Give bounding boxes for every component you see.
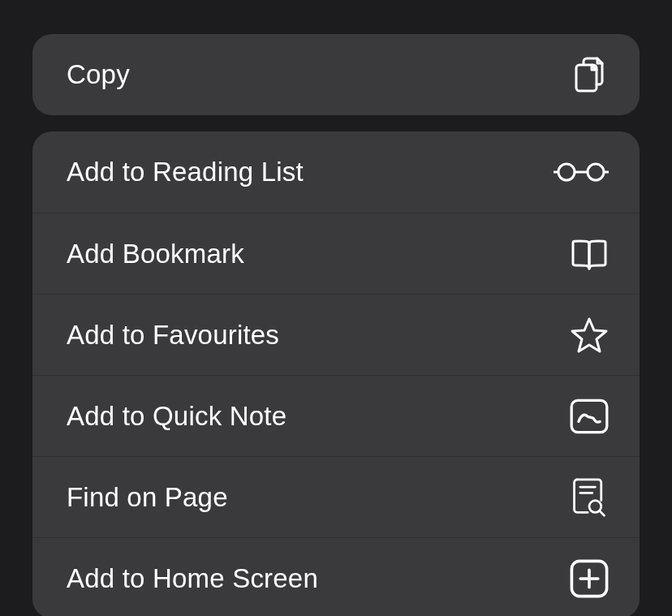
action-label: Add Bookmark <box>67 239 244 269</box>
action-label: Add to Quick Note <box>67 401 286 432</box>
svg-line-10 <box>600 510 605 515</box>
action-group-0: Copy <box>32 34 640 115</box>
glasses-icon <box>554 153 609 192</box>
quick-note-icon <box>570 397 609 436</box>
add-home-screen-action[interactable]: Add to Home Screen <box>32 537 640 616</box>
copy-action[interactable]: Copy <box>32 34 640 115</box>
find-page-icon <box>570 478 609 517</box>
book-icon <box>570 235 609 274</box>
action-group-1: Add to Reading List Add Bookmark Add to … <box>32 131 640 616</box>
svg-point-2 <box>588 164 604 180</box>
svg-point-1 <box>558 164 575 180</box>
action-label: Add to Reading List <box>67 157 304 187</box>
action-label: Add to Home Screen <box>67 563 318 594</box>
add-bookmark-action[interactable]: Add Bookmark <box>32 213 640 294</box>
action-label: Add to Favourites <box>67 320 279 351</box>
star-icon <box>570 316 609 355</box>
copy-icon <box>570 55 609 94</box>
action-label: Copy <box>67 59 130 90</box>
add-favourites-action[interactable]: Add to Favourites <box>32 294 640 375</box>
find-on-page-action[interactable]: Find on Page <box>32 456 640 537</box>
action-label: Find on Page <box>67 482 228 513</box>
add-quick-note-action[interactable]: Add to Quick Note <box>32 375 640 456</box>
plus-square-icon <box>570 559 609 598</box>
add-reading-list-action[interactable]: Add to Reading List <box>32 131 640 213</box>
